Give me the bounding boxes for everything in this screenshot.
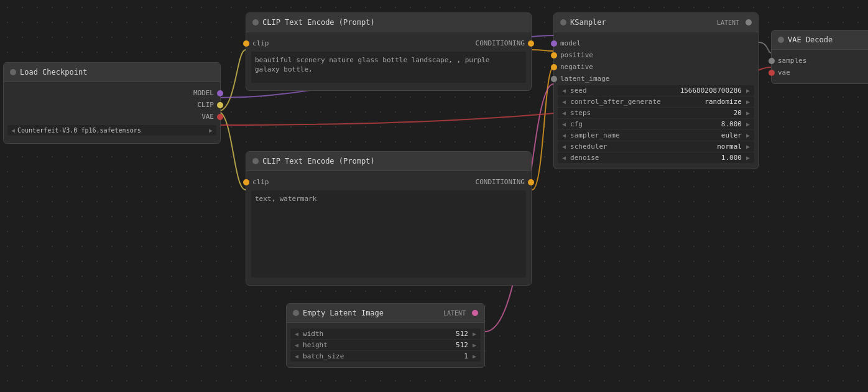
clip-bottom-header: CLIP Text Encode (Prompt) xyxy=(246,152,531,171)
node-empty-latent: Empty Latent Image LATENT ◀ width 512 ▶ … xyxy=(286,303,485,368)
height-name: height xyxy=(300,341,453,349)
model-label: MODEL xyxy=(193,89,214,97)
clip-out-label: CLIP xyxy=(198,101,215,109)
sampler-arrow-right[interactable]: ▶ xyxy=(744,132,752,139)
ckpt-arrow-right[interactable]: ▶ xyxy=(209,127,213,134)
vae-output-port[interactable] xyxy=(217,114,223,120)
node-clip-text-top: CLIP Text Encode (Prompt) CLIP CONDITION… xyxy=(246,12,532,91)
ksampler-negative-row: negative xyxy=(554,61,758,73)
vae-decode-samples-row: samples xyxy=(772,55,868,67)
clip-bottom-clip-in-label: CLIP xyxy=(252,178,269,186)
node-clip-text-bottom: CLIP Text Encode (Prompt) CLIP CONDITION… xyxy=(246,151,532,286)
vae-decode-header: VAE Decode xyxy=(772,30,868,50)
ksampler-latent-label: LATENT xyxy=(717,19,739,26)
batch-arrow-right[interactable]: ▶ xyxy=(471,353,478,360)
node-vae-decode: VAE Decode samples vae xyxy=(771,30,868,84)
vae-decode-samples-label: samples xyxy=(778,57,806,65)
checkpoint-vae-row: VAE xyxy=(4,111,220,123)
clip-top-dot xyxy=(252,19,259,26)
node-load-checkpoint: Load Checkpoint MODEL CLIP VAE ◀ Counter… xyxy=(3,62,221,144)
seed-name: seed xyxy=(568,86,678,95)
ksampler-latent-image-label: latent_image xyxy=(560,75,609,83)
clip-bottom-clip-in-port[interactable] xyxy=(243,179,249,185)
ksampler-latent-out-port[interactable] xyxy=(746,19,752,26)
vae-out-label: VAE xyxy=(201,113,214,121)
ksampler-model-in-port[interactable] xyxy=(551,40,557,47)
ksampler-latent-image-row: latent_image xyxy=(554,73,758,85)
clip-top-clip-in-port[interactable] xyxy=(243,40,249,47)
clip-bottom-title: CLIP Text Encode (Prompt) xyxy=(262,157,375,166)
seed-value: 1566802087​00286 xyxy=(678,86,744,95)
steps-value: 20 xyxy=(731,109,744,117)
vae-decode-title: VAE Decode xyxy=(788,35,833,44)
checkpoint-clip-row: CLIP xyxy=(4,99,220,111)
latent-header: Empty Latent Image LATENT xyxy=(287,304,484,323)
cfg-name: cfg xyxy=(568,120,719,128)
ksampler-model-label: MODEL xyxy=(560,39,581,47)
height-value: 512 xyxy=(453,341,471,349)
vae-decode-vae-port[interactable] xyxy=(769,70,775,76)
control-arrow-left[interactable]: ◀ xyxy=(560,98,568,105)
clip-top-conditioning-label: CONDITIONING xyxy=(476,39,525,47)
clip-bottom-conditioning-label: CONDITIONING xyxy=(476,178,525,186)
batch-name: batch_size xyxy=(300,352,461,360)
node-ksampler: KSampler LATENT MODEL positive negative … xyxy=(553,12,759,169)
height-arrow-right[interactable]: ▶ xyxy=(471,342,478,348)
clip-bottom-body: CLIP CONDITIONING text, watermark xyxy=(246,171,531,285)
scheduler-arrow-left[interactable]: ◀ xyxy=(560,143,568,150)
clip-bottom-text[interactable]: text, watermark xyxy=(251,190,526,278)
sampler-arrow-left[interactable]: ◀ xyxy=(560,132,568,139)
node-checkpoint-dot xyxy=(10,69,16,75)
ksampler-control-row: ◀ control_after_generate randomize ▶ xyxy=(558,96,754,107)
width-arrow-right[interactable]: ▶ xyxy=(471,330,478,337)
ksampler-scheduler-row: ◀ scheduler normal ▶ xyxy=(558,141,754,152)
ksampler-negative-port[interactable] xyxy=(551,64,557,70)
vae-decode-samples-port[interactable] xyxy=(769,58,775,64)
control-value: randomize xyxy=(702,98,744,106)
height-arrow-left[interactable]: ◀ xyxy=(293,342,300,348)
control-name: control_after_generate xyxy=(568,98,702,106)
latent-out-port[interactable] xyxy=(472,310,478,316)
latent-dot xyxy=(293,310,299,316)
steps-name: steps xyxy=(568,109,731,117)
checkpoint-model-row: MODEL xyxy=(4,87,220,99)
clip-bottom-conditioning-out-port[interactable] xyxy=(528,179,534,185)
ksampler-cfg-row: ◀ cfg 8.000 ▶ xyxy=(558,119,754,129)
cfg-arrow-right[interactable]: ▶ xyxy=(744,121,752,128)
clip-top-clip-in-label: CLIP xyxy=(252,39,269,47)
ksampler-positive-port[interactable] xyxy=(551,52,557,58)
denoise-arrow-right[interactable]: ▶ xyxy=(744,154,752,161)
clip-top-title: CLIP Text Encode (Prompt) xyxy=(262,18,375,27)
latent-out-label: LATENT xyxy=(443,310,466,317)
control-arrow-right[interactable]: ▶ xyxy=(744,98,752,105)
denoise-value: 1.000 xyxy=(719,154,744,162)
denoise-arrow-left[interactable]: ◀ xyxy=(560,154,568,161)
steps-arrow-left[interactable]: ◀ xyxy=(560,110,568,116)
ksampler-latent-image-port[interactable] xyxy=(551,76,557,82)
denoise-name: denoise xyxy=(568,154,719,162)
ckpt-name-value: Counterfeit-V3.0_fp16.safetensors xyxy=(15,127,209,134)
sampler-name-label: sampler_name xyxy=(568,131,719,139)
seed-arrow-right[interactable]: ▶ xyxy=(744,87,752,94)
ksampler-denoise-row: ◀ denoise 1.000 ▶ xyxy=(558,152,754,163)
ksampler-model-row: MODEL xyxy=(554,37,758,49)
clip-top-text[interactable]: beautiful scenery nature glass bottle la… xyxy=(251,52,526,83)
clip-top-clip-row: CLIP CONDITIONING xyxy=(246,37,531,49)
model-output-port[interactable] xyxy=(217,90,223,96)
batch-value: 1 xyxy=(461,352,471,360)
batch-arrow-left[interactable]: ◀ xyxy=(293,353,300,360)
cfg-arrow-left[interactable]: ◀ xyxy=(560,121,568,128)
scheduler-arrow-right[interactable]: ▶ xyxy=(744,143,752,150)
width-value: 512 xyxy=(453,330,471,338)
width-arrow-left[interactable]: ◀ xyxy=(293,330,300,337)
steps-arrow-right[interactable]: ▶ xyxy=(744,110,752,116)
seed-arrow-left[interactable]: ◀ xyxy=(560,87,568,94)
clip-output-port[interactable] xyxy=(217,102,223,108)
ksampler-positive-label: positive xyxy=(560,51,593,59)
vae-decode-dot xyxy=(778,37,784,43)
ksampler-sampler-row: ◀ sampler_name euler ▶ xyxy=(558,130,754,141)
ksampler-steps-row: ◀ steps 20 ▶ xyxy=(558,108,754,118)
latent-body: ◀ width 512 ▶ ◀ height 512 ▶ ◀ batch_siz… xyxy=(287,323,484,367)
latent-height-row: ◀ height 512 ▶ xyxy=(290,340,481,350)
clip-top-conditioning-out-port[interactable] xyxy=(528,40,534,47)
